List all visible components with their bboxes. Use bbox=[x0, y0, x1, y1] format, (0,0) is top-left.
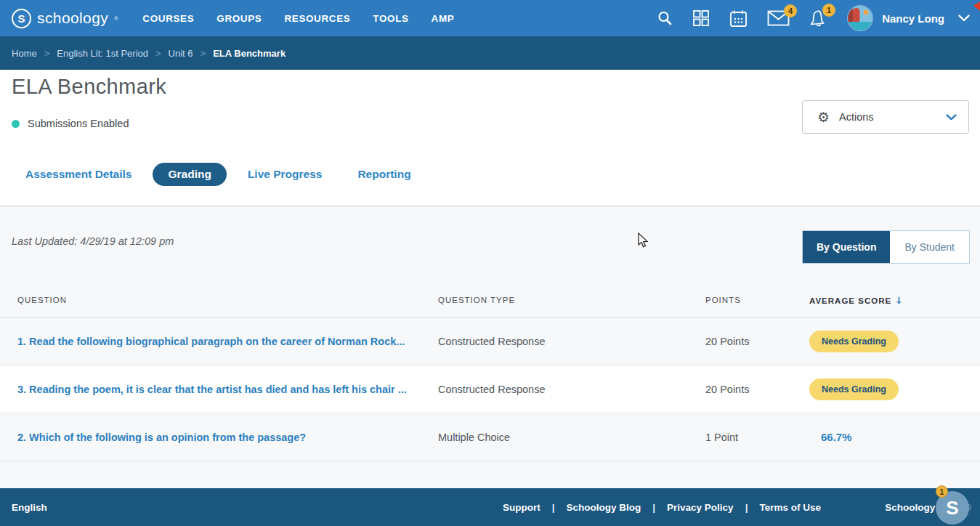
footer-link-privacy[interactable]: Privacy Policy bbox=[667, 502, 734, 513]
column-header-points[interactable]: POINTS bbox=[705, 296, 809, 304]
footer-separator: | bbox=[652, 502, 655, 513]
breadcrumb-separator: > bbox=[201, 48, 206, 59]
notifications-icon[interactable]: 1 bbox=[809, 9, 828, 28]
breadcrumb-unit[interactable]: Unit 6 bbox=[169, 48, 193, 59]
needs-grading-badge[interactable]: Needs Grading bbox=[809, 379, 899, 400]
question-link[interactable]: 1. Read the following biographical parag… bbox=[17, 336, 416, 347]
messages-count-badge: 4 bbox=[784, 4, 797, 17]
page-header: ELA Benchmark Submissions Enabled ⚙ Acti… bbox=[0, 70, 980, 206]
column-header-question-type[interactable]: QUESTION TYPE bbox=[438, 296, 705, 304]
menu-groups[interactable]: GROUPS bbox=[216, 13, 262, 24]
tab-live-progress[interactable]: Live Progress bbox=[248, 163, 323, 186]
breadcrumb: Home > English Lit: 1st Period > Unit 6 … bbox=[0, 36, 980, 70]
messages-icon[interactable]: 4 bbox=[767, 10, 790, 26]
user-name[interactable]: Nancy Long bbox=[882, 12, 944, 25]
status-label: Submissions Enabled bbox=[28, 118, 129, 129]
notifications-count-badge: 1 bbox=[822, 4, 835, 17]
table-row: 2. Which of the following is an opinion … bbox=[0, 413, 980, 461]
assessment-tabs: Assessment Details Grading Live Progress… bbox=[25, 163, 432, 186]
actions-button[interactable]: ⚙ Actions bbox=[802, 100, 969, 134]
top-navbar: S schoology ® COURSES GROUPS RESOURCES T… bbox=[0, 0, 980, 36]
question-points: 1 Point bbox=[705, 432, 809, 443]
last-updated-text: Last Updated: 4/29/19 at 12:09 pm bbox=[12, 235, 174, 247]
breadcrumb-current: ELA Benchmark bbox=[213, 48, 286, 59]
question-points: 20 Points bbox=[705, 384, 809, 395]
avatar[interactable] bbox=[848, 6, 872, 31]
question-type: Constructed Response bbox=[438, 336, 705, 347]
sort-desc-icon: ↓ bbox=[895, 295, 904, 306]
breadcrumb-separator: > bbox=[155, 48, 161, 59]
breadcrumb-course[interactable]: English Lit: 1st Period bbox=[57, 48, 148, 59]
column-header-average-score[interactable]: AVERAGE SCORE↓ bbox=[809, 295, 980, 306]
breadcrumb-home[interactable]: Home bbox=[12, 48, 37, 59]
footer: English Support | Schoology Blog | Priva… bbox=[0, 488, 980, 526]
question-points: 20 Points bbox=[705, 336, 809, 347]
tab-grading[interactable]: Grading bbox=[153, 163, 226, 186]
schoology-logo-icon: S bbox=[12, 9, 31, 28]
footer-link-blog[interactable]: Schoology Blog bbox=[567, 502, 641, 513]
average-score-value: 66.7% bbox=[809, 431, 852, 443]
submissions-status: Submissions Enabled bbox=[12, 118, 129, 129]
toggle-by-student[interactable]: By Student bbox=[890, 231, 969, 263]
question-link[interactable]: 2. Which of the following is an opinion … bbox=[17, 432, 416, 443]
question-link[interactable]: 3. Reading the poem, it is clear that th… bbox=[17, 384, 416, 395]
schoology-logo[interactable]: S schoology ® bbox=[12, 9, 118, 28]
footer-links: Support | Schoology Blog | Privacy Polic… bbox=[503, 502, 821, 513]
footer-link-terms[interactable]: Terms of Use bbox=[759, 502, 821, 513]
footer-separator: | bbox=[552, 502, 555, 513]
table-row: 1. Read the following biographical parag… bbox=[0, 317, 980, 365]
view-toggle: By Question By Student bbox=[802, 230, 970, 264]
brand-trademark: ® bbox=[114, 16, 118, 21]
calendar-icon[interactable] bbox=[729, 9, 748, 28]
footer-link-support[interactable]: Support bbox=[503, 502, 540, 513]
table-header-row: QUESTION QUESTION TYPE POINTS AVERAGE SC… bbox=[0, 283, 980, 317]
actions-button-label: Actions bbox=[839, 111, 874, 123]
question-type: Multiple Choice bbox=[438, 432, 705, 443]
menu-resources[interactable]: RESOURCES bbox=[284, 13, 350, 24]
questions-table: QUESTION QUESTION TYPE POINTS AVERAGE SC… bbox=[0, 283, 980, 461]
menu-amp[interactable]: AMP bbox=[432, 13, 455, 24]
app-grid-icon[interactable] bbox=[692, 9, 710, 27]
language-selector[interactable]: English bbox=[12, 502, 47, 513]
column-header-question[interactable]: QUESTION bbox=[0, 296, 438, 304]
grading-panel: Last Updated: 4/29/19 at 12:09 pm By Que… bbox=[0, 206, 980, 488]
help-count-badge: 1 bbox=[936, 485, 948, 498]
main-menu: COURSES GROUPS RESOURCES TOOLS AMP bbox=[142, 13, 477, 24]
tab-reporting[interactable]: Reporting bbox=[357, 163, 410, 186]
account-chevron-down-icon[interactable] bbox=[958, 12, 970, 25]
search-icon[interactable] bbox=[657, 10, 673, 26]
actions-chevron-down-icon bbox=[946, 110, 957, 124]
needs-grading-badge[interactable]: Needs Grading bbox=[809, 331, 899, 352]
brand-name: schoology bbox=[37, 9, 108, 27]
menu-courses[interactable]: COURSES bbox=[142, 13, 194, 24]
gear-icon: ⚙ bbox=[817, 110, 830, 124]
breadcrumb-separator: > bbox=[44, 48, 50, 59]
toggle-by-question[interactable]: By Question bbox=[803, 231, 890, 263]
table-row: 3. Reading the poem, it is clear that th… bbox=[0, 365, 980, 413]
tab-assessment-details[interactable]: Assessment Details bbox=[25, 163, 131, 186]
navbar-right: 4 1 Nancy Long bbox=[657, 6, 970, 31]
schoology-app: S schoology ® COURSES GROUPS RESOURCES T… bbox=[0, 0, 980, 526]
footer-separator: | bbox=[745, 502, 748, 513]
question-type: Constructed Response bbox=[438, 384, 705, 395]
page-title: ELA Benchmark bbox=[12, 75, 166, 99]
status-dot-icon bbox=[12, 120, 20, 128]
menu-tools[interactable]: TOOLS bbox=[373, 13, 408, 24]
